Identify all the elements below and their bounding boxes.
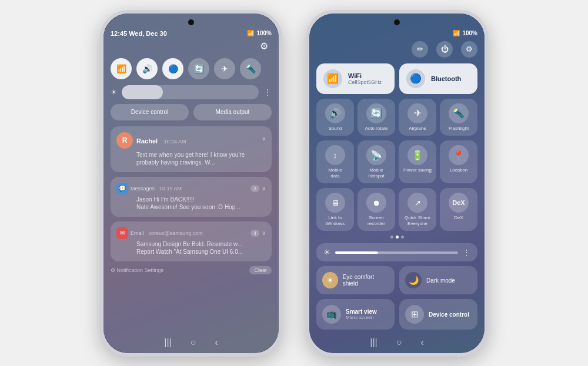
smart-view-text: Smart view Mirror screen bbox=[346, 308, 377, 320]
mobile-data-icon: ↕ bbox=[325, 145, 345, 165]
wifi-tile-icon: 📶 bbox=[323, 69, 342, 88]
brightness-bar-right[interactable] bbox=[335, 251, 458, 254]
smart-view-icon: 📺 bbox=[322, 305, 341, 324]
link-windows-tile[interactable]: 🖥 Link toWindows bbox=[316, 188, 354, 231]
clear-button[interactable]: Clear bbox=[249, 266, 272, 274]
device-control-icon: ⊞ bbox=[405, 305, 424, 324]
airplane-icon: ✈ bbox=[407, 103, 427, 123]
email-badge: 4 bbox=[250, 230, 259, 237]
brightness-bar[interactable] bbox=[122, 85, 259, 99]
messages-body: Jason Hi I'm BACK!!!!! Nate Awesome! See… bbox=[136, 196, 266, 211]
eye-comfort-icon: ☀ bbox=[322, 272, 338, 288]
airplane-tile[interactable]: ✈ Airplane bbox=[399, 99, 436, 136]
pencil-icon-btn[interactable]: ✏ bbox=[412, 41, 428, 58]
notification-messages[interactable]: 💬 Messages 10:19 AM 3 ∨ Jason Hi I'm BAC… bbox=[111, 177, 272, 217]
wifi-toggle[interactable]: 📶 bbox=[111, 58, 132, 79]
sound-tile[interactable]: 🔊 Sound bbox=[316, 99, 354, 136]
expand-icon[interactable]: ∨ bbox=[262, 135, 266, 142]
smart-view-sub: Mirror screen bbox=[346, 315, 377, 320]
device-control-text: Device control bbox=[429, 311, 469, 318]
email-expand[interactable]: ∨ bbox=[262, 230, 266, 236]
comfort-row: ☀ Eye comfort shield 🌙 Dark mode bbox=[316, 266, 477, 294]
bluetooth-tile[interactable]: 🔵 Bluetooth bbox=[399, 63, 477, 94]
dot2 bbox=[396, 236, 399, 239]
phone-left-screen: 12:45 Wed, Dec 30 📶 100% ⚙ 📶 🔊 🔵 🔄 ✈ 🔦 bbox=[103, 14, 279, 353]
rachel-time: 10:24 AM bbox=[164, 139, 186, 145]
autorotate-toggle[interactable]: 🔄 bbox=[188, 58, 209, 79]
autorotate-tile[interactable]: 🔄 Auto rotate bbox=[358, 99, 395, 136]
front-camera bbox=[188, 19, 194, 25]
device-control-button[interactable]: Device control bbox=[111, 104, 189, 120]
messages-badge: 3 bbox=[250, 185, 259, 192]
gear-icon-btn[interactable]: ⚙ bbox=[461, 41, 477, 58]
bluetooth-tile-icon: 🔵 bbox=[406, 69, 425, 88]
autorotate-icon: 🔄 bbox=[366, 103, 386, 123]
nav-bar-right: ||| ○ ‹ bbox=[309, 332, 485, 353]
nav-bar-left: ||| ○ ‹ bbox=[103, 332, 279, 353]
status-bar: 12:45 Wed, Dec 30 📶 100% bbox=[111, 30, 272, 37]
airplane-label: Airplane bbox=[409, 126, 426, 132]
dark-mode-tile[interactable]: 🌙 Dark mode bbox=[399, 266, 477, 294]
airplane-toggle[interactable]: ✈ bbox=[214, 58, 235, 79]
hotspot-label: MobileHotspot bbox=[368, 167, 385, 179]
status-right: 📶 100% bbox=[247, 30, 272, 36]
flashlight-icon: 🔦 bbox=[449, 103, 469, 123]
hotspot-tile[interactable]: 📡 MobileHotspot bbox=[358, 140, 395, 183]
brightness-icon-right: ☀ bbox=[323, 248, 330, 257]
brightness-row-right[interactable]: ☀ ⋮ bbox=[316, 243, 477, 261]
notif-rachel-title-row: Rachel 10:24 AM ∨ bbox=[136, 135, 266, 146]
notification-rachel[interactable]: R Rachel 10:24 AM ∨ Text me when you get… bbox=[111, 126, 272, 172]
nav-back-icon-right[interactable]: ||| bbox=[370, 337, 377, 348]
power-saving-icon: 🔋 bbox=[407, 145, 427, 165]
smart-view-label: Smart view bbox=[346, 308, 377, 315]
mobile-data-tile[interactable]: ↕ Mobiledata bbox=[316, 140, 354, 183]
email-icon: ✉ bbox=[116, 227, 128, 239]
quick-share-tile[interactable]: ↗ Quick ShareEveryone bbox=[399, 188, 436, 231]
device-control-tile[interactable]: ⊞ Device control bbox=[399, 299, 477, 330]
sound-toggle[interactable]: 🔊 bbox=[136, 58, 158, 79]
nav-recents-icon-right[interactable]: ‹ bbox=[420, 337, 423, 348]
phone2-content: 📶 100% ✏ ⏻ ⚙ 📶 WiFi CellSpot5GHz bbox=[309, 14, 485, 332]
flashlight-label: Flashlight bbox=[449, 126, 469, 132]
notif-rachel-header: R Rachel 10:24 AM ∨ bbox=[116, 132, 266, 149]
power-saving-tile[interactable]: 🔋 Power saving bbox=[399, 140, 436, 183]
wifi-tile[interactable]: 📶 WiFi CellSpot5GHz bbox=[316, 63, 395, 94]
signal-icon: 📶 bbox=[247, 30, 254, 36]
flashlight-tile[interactable]: 🔦 Flashlight bbox=[440, 99, 477, 136]
phone-right-screen: 📶 100% ✏ ⏻ ⚙ 📶 WiFi CellSpot5GHz bbox=[309, 14, 485, 353]
messages-time: 10:19 AM bbox=[159, 186, 182, 192]
notification-email[interactable]: ✉ Email coreux@samsung.com 4 ∨ Samsung D… bbox=[111, 221, 272, 261]
media-output-button[interactable]: Media output bbox=[193, 104, 272, 120]
action-buttons: Device control Media output bbox=[111, 104, 272, 120]
smart-view-tile[interactable]: 📺 Smart view Mirror screen bbox=[316, 299, 395, 330]
bluetooth-toggle[interactable]: 🔵 bbox=[162, 58, 183, 79]
nav-home-icon[interactable]: ○ bbox=[191, 337, 196, 348]
email-address: coreux@samsung.com bbox=[149, 230, 203, 236]
messages-expand[interactable]: ∨ bbox=[262, 185, 266, 192]
qs-row2: 🔊 Sound 🔄 Auto rotate ✈ Airplane 🔦 Flash… bbox=[316, 99, 477, 136]
phone1-content: 12:45 Wed, Dec 30 📶 100% ⚙ 📶 🔊 🔵 🔄 ✈ 🔦 bbox=[103, 14, 279, 332]
settings-icon[interactable]: ⚙ bbox=[260, 41, 272, 52]
notification-settings-link[interactable]: ⚙ Notification Settings bbox=[111, 267, 163, 273]
nav-back-icon[interactable]: ||| bbox=[164, 337, 171, 348]
location-tile[interactable]: 📍 Location bbox=[440, 140, 477, 183]
nav-home-icon-right[interactable]: ○ bbox=[396, 337, 402, 348]
notification-settings-row: ⚙ Notification Settings Clear bbox=[111, 266, 272, 274]
flashlight-toggle[interactable]: 🔦 bbox=[240, 58, 261, 79]
more-icon[interactable]: ⋮ bbox=[263, 88, 272, 97]
brightness-row: ☀ ⋮ bbox=[111, 85, 272, 99]
brightness-more[interactable]: ⋮ bbox=[463, 248, 470, 257]
eye-comfort-tile[interactable]: ☀ Eye comfort shield bbox=[316, 266, 395, 294]
brightness-fill bbox=[122, 85, 163, 99]
dex-tile[interactable]: DeX DeX bbox=[440, 188, 477, 231]
top-icons-row: ✏ ⏻ ⚙ bbox=[316, 41, 477, 58]
screen-recorder-tile[interactable]: ⏺ Screenrecorder bbox=[358, 188, 395, 231]
power-saving-label: Power saving bbox=[403, 167, 432, 173]
quick-share-icon: ↗ bbox=[407, 193, 427, 213]
battery-display: 100% bbox=[256, 30, 272, 36]
autorotate-label: Auto rotate bbox=[365, 126, 387, 132]
nav-recents-icon[interactable]: ‹ bbox=[215, 337, 218, 348]
rachel-name: Rachel bbox=[136, 137, 158, 145]
power-icon-btn[interactable]: ⏻ bbox=[436, 41, 453, 58]
eye-comfort-label: Eye comfort shield bbox=[343, 274, 389, 287]
